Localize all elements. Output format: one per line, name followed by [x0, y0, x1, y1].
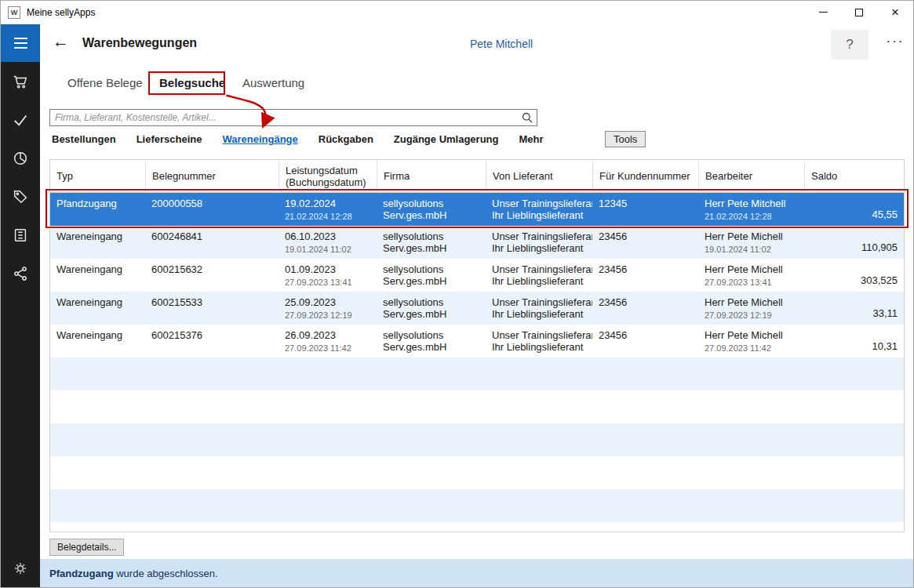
- pie-chart-icon: [12, 150, 29, 167]
- sidebar-item-labels[interactable]: [1, 177, 40, 216]
- cell-leistungsdatum: 19.02.202421.02.2024 12:28: [279, 193, 377, 226]
- table-empty-row: [50, 522, 904, 532]
- sidebar-item-tasks[interactable]: [1, 100, 40, 139]
- help-button[interactable]: ?: [831, 30, 868, 60]
- cell-typ: Wareneingang: [50, 226, 145, 259]
- subtab-lieferscheine[interactable]: Lieferscheine: [137, 133, 202, 147]
- app-window: W Meine sellyApps ×: [0, 0, 914, 588]
- close-button[interactable]: ×: [877, 1, 913, 24]
- cell-leistungsdatum: 25.09.202327.09.2023 12:19: [279, 292, 377, 325]
- table-empty-row: [50, 390, 904, 423]
- cell-belegnummer: 600215533: [145, 292, 279, 325]
- results-table: TypBelegnummerLeistungsdatum (Buchungsda…: [49, 159, 905, 532]
- column-header[interactable]: Belegnummer: [145, 160, 279, 192]
- column-header[interactable]: Saldo: [804, 160, 904, 192]
- cell-bearbeiter: Herr Pete Michell27.09.2023 11:42: [698, 325, 804, 358]
- cell-firma: sellysolutionsServ.ges.mbH: [377, 226, 486, 259]
- column-header[interactable]: Typ: [50, 160, 145, 192]
- sidebar: [1, 24, 40, 587]
- tab-belegsuche[interactable]: Belegsuche: [159, 76, 225, 89]
- cell-typ: Wareneingang: [50, 259, 145, 292]
- cell-firma: sellysolutionsServ.ges.mbH: [377, 259, 486, 292]
- table-row[interactable]: Wareneingang 600215376 26.09.202327.09.2…: [50, 325, 904, 358]
- close-icon: ×: [891, 5, 899, 19]
- table-row[interactable]: Pfandzugang 200000558 19.02.202421.02.20…: [50, 193, 904, 226]
- cart-icon: [12, 73, 29, 90]
- table-row[interactable]: Wareneingang 600246841 06.10.202319.01.2…: [50, 226, 904, 259]
- window-controls: ×: [805, 1, 913, 24]
- cell-belegnummer: 200000558: [145, 193, 279, 226]
- cell-bearbeiter: Herr Pete Mitchell21.02.2024 12:28: [698, 193, 804, 226]
- subtab-rueckgaben[interactable]: Rückgaben: [319, 133, 373, 147]
- subtab-bestellungen[interactable]: Bestellungen: [52, 133, 116, 147]
- cell-kundennummer: 23456: [592, 226, 698, 259]
- cell-kundennummer: 23456: [592, 325, 698, 358]
- tag-icon: [12, 188, 29, 205]
- sidebar-item-journal[interactable]: [1, 216, 40, 254]
- main-content: ← Warenbewegungen Pete Mitchell ? ··· Of…: [40, 24, 913, 587]
- cell-kundennummer: 12345: [592, 193, 698, 226]
- checkmark-icon: [12, 111, 29, 129]
- cell-firma: sellysolutionsServ.ges.mbH: [377, 325, 486, 358]
- cell-saldo: 303,525: [804, 259, 904, 292]
- cell-belegnummer: 600246841: [145, 226, 279, 259]
- cell-bearbeiter: Herr Pete Michell27.09.2023 13:41: [698, 259, 804, 292]
- tab-offene-belege[interactable]: Offene Belege: [67, 76, 143, 89]
- belegdetails-button[interactable]: Belegdetails...: [49, 539, 124, 556]
- tab-auswertung[interactable]: Auswertung: [242, 76, 304, 89]
- help-icon: ?: [846, 37, 853, 53]
- tools-button[interactable]: Tools: [605, 131, 646, 147]
- search-icon[interactable]: [522, 112, 533, 123]
- cell-leistungsdatum: 06.10.202319.01.2024 11:02: [279, 226, 377, 259]
- cell-leistungsdatum: 01.09.202327.09.2023 13:41: [279, 259, 377, 292]
- cell-bearbeiter: Herr Pete Michell19.01.2024 11:02: [698, 226, 804, 259]
- cell-lieferant: Unser TrainingslieferantIhr Lieblingslie…: [486, 325, 592, 358]
- cell-lieferant: Unser TrainingslieferantIhr Lieblingslie…: [486, 226, 592, 259]
- cell-leistungsdatum: 26.09.202327.09.2023 11:42: [279, 325, 377, 358]
- column-header[interactable]: Leistungsdatum (Buchungsdatum): [279, 160, 377, 192]
- subtab-zugaenge-umlagerung[interactable]: Zugänge Umlagerung: [394, 133, 499, 147]
- sidebar-item-cart[interactable]: [1, 62, 40, 100]
- user-account-label[interactable]: Pete Mitchell: [470, 38, 533, 50]
- cell-typ: Wareneingang: [50, 292, 145, 325]
- hamburger-icon: [14, 38, 27, 39]
- back-button[interactable]: ←: [53, 32, 69, 51]
- hamburger-menu-button[interactable]: [1, 24, 40, 62]
- column-header[interactable]: Von Lieferant: [486, 160, 592, 192]
- table-row[interactable]: Wareneingang 600215533 25.09.202327.09.2…: [50, 292, 904, 325]
- sidebar-settings-button[interactable]: [1, 554, 40, 583]
- page-title: Warenbewegungen: [82, 36, 197, 50]
- ellipsis-icon: ···: [887, 34, 905, 49]
- sidebar-item-reports[interactable]: [1, 139, 40, 177]
- cell-saldo: 33,11: [804, 292, 904, 325]
- minimize-button[interactable]: [805, 1, 841, 24]
- cell-typ: Wareneingang: [50, 325, 145, 358]
- more-options-button[interactable]: ···: [878, 34, 912, 49]
- cell-saldo: 45,55: [804, 193, 904, 226]
- cell-bearbeiter: Herr Pete Michell27.09.2023 12:19: [698, 292, 804, 325]
- search-input[interactable]: [49, 109, 537, 126]
- table-empty-row: [50, 456, 904, 489]
- column-header[interactable]: Bearbeiter: [698, 160, 804, 192]
- search-bar: [49, 109, 537, 126]
- sidebar-item-share[interactable]: [1, 254, 40, 292]
- table-rows: Pfandzugang 200000558 19.02.202421.02.20…: [50, 193, 904, 532]
- sidebar-nav: [1, 62, 40, 292]
- table-row[interactable]: Wareneingang 600215632 01.09.202327.09.2…: [50, 259, 904, 292]
- subtab-mehr[interactable]: Mehr: [519, 133, 543, 147]
- minimize-icon: [819, 12, 828, 13]
- cell-belegnummer: 600215376: [145, 325, 279, 358]
- subtab-wareneingaenge[interactable]: Wareneingänge: [222, 133, 297, 147]
- cell-saldo: 10,31: [804, 325, 904, 358]
- column-header[interactable]: Für Kundennummer: [592, 160, 698, 192]
- cell-firma: sellysolutionsServ.ges.mbH: [377, 193, 486, 226]
- share-icon: [12, 265, 29, 282]
- book-icon: [12, 227, 29, 244]
- cell-lieferant: Unser TrainingslieferantIhr Lieblingslie…: [486, 292, 592, 325]
- cell-lieferant: Unser TrainingslieferantIhr Lieblingslie…: [486, 193, 592, 226]
- status-bar: Pfandzugang wurde abgeschlossen.: [40, 559, 913, 587]
- settings-gear-icon: [13, 561, 28, 576]
- maximize-button[interactable]: [841, 1, 877, 24]
- column-header[interactable]: Firma: [377, 160, 486, 192]
- cell-typ: Pfandzugang: [50, 193, 145, 226]
